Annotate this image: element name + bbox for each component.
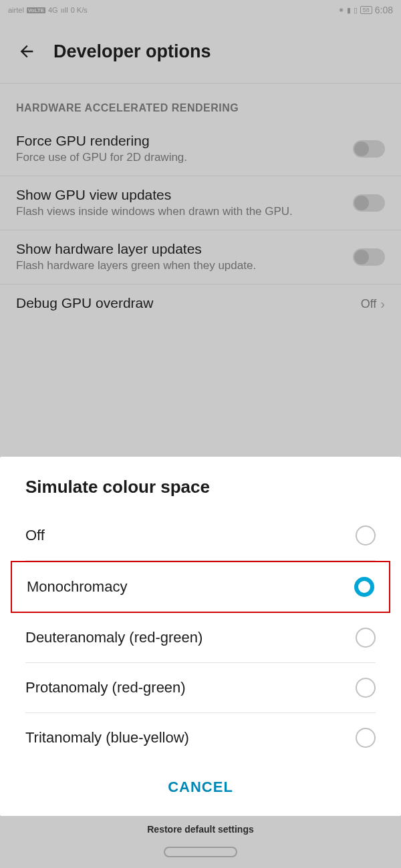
radio-off[interactable] bbox=[356, 525, 376, 546]
chevron-right-icon: › bbox=[380, 296, 385, 312]
setting-subtitle: Force use of GPU for 2D drawing. bbox=[16, 150, 342, 165]
setting-subtitle: Flash hardware layers green when they up… bbox=[16, 258, 342, 273]
restore-bar: Restore default settings bbox=[0, 816, 401, 868]
toggle-force-gpu[interactable] bbox=[353, 140, 385, 158]
vibrate-icon: ▯ bbox=[354, 6, 358, 15]
setting-gpu-view-updates[interactable]: Show GPU view updates Flash views inside… bbox=[0, 176, 401, 230]
setting-title: Show hardware layer updates bbox=[16, 241, 342, 257]
app-header: Developer options bbox=[0, 20, 401, 83]
radio-monochromacy[interactable] bbox=[354, 577, 374, 597]
color-space-dialog: Simulate colour space Off Monochromacy D… bbox=[0, 457, 401, 816]
carrier-label: airtel bbox=[8, 6, 24, 14]
speed-label: 0 K/s bbox=[71, 6, 88, 14]
option-label: Tritanomaly (blue-yellow) bbox=[25, 729, 189, 746]
radio-deuteranomaly[interactable] bbox=[356, 628, 376, 648]
cancel-button[interactable]: CANCEL bbox=[168, 779, 233, 796]
option-label: Deuteranomaly (red-green) bbox=[25, 629, 203, 646]
option-monochromacy[interactable]: Monochromacy bbox=[27, 562, 374, 612]
battery-level: 58 bbox=[360, 6, 372, 14]
option-deuteranomaly[interactable]: Deuteranomaly (red-green) bbox=[25, 613, 376, 663]
signal-label: 4G bbox=[48, 6, 58, 14]
option-label: Protanomaly (red-green) bbox=[25, 679, 186, 696]
page-title: Developer options bbox=[53, 41, 211, 62]
setting-title: Force GPU rendering bbox=[16, 133, 342, 149]
option-label: Monochromacy bbox=[27, 578, 127, 596]
option-tritanomaly[interactable]: Tritanomaly (blue-yellow) bbox=[25, 713, 376, 763]
restore-default-button[interactable]: Restore default settings bbox=[0, 824, 401, 835]
setting-hw-layer-updates[interactable]: Show hardware layer updates Flash hardwa… bbox=[0, 230, 401, 284]
setting-gpu-overdraw[interactable]: Debug GPU overdraw Off › bbox=[0, 284, 401, 323]
arrow-left-icon bbox=[17, 42, 36, 61]
clock: 6:08 bbox=[375, 5, 393, 15]
option-off[interactable]: Off bbox=[25, 511, 376, 561]
highlighted-option: Monochromacy bbox=[11, 561, 390, 613]
battery-icon: ▮ bbox=[347, 6, 351, 15]
option-protanomaly[interactable]: Protanomaly (red-green) bbox=[25, 663, 376, 713]
setting-title: Show GPU view updates bbox=[16, 187, 342, 203]
setting-title: Debug GPU overdraw bbox=[16, 295, 350, 311]
back-button[interactable] bbox=[16, 41, 37, 62]
bluetooth-icon: ⁕ bbox=[338, 6, 344, 15]
option-label: Off bbox=[25, 527, 45, 544]
setting-subtitle: Flash views inside windows when drawn wi… bbox=[16, 204, 342, 219]
home-indicator[interactable] bbox=[164, 847, 237, 857]
status-bar: airtel VoLTE 4G ııll 0 K/s ⁕ ▮ ▯ 58 6:08 bbox=[0, 0, 401, 20]
section-header: HARDWARE ACCELERATED RENDERING bbox=[0, 83, 401, 122]
radio-protanomaly[interactable] bbox=[356, 678, 376, 698]
toggle-hw-layer-updates[interactable] bbox=[353, 248, 385, 266]
dialog-title: Simulate colour space bbox=[0, 457, 401, 511]
setting-force-gpu[interactable]: Force GPU rendering Force use of GPU for… bbox=[0, 122, 401, 176]
signal-bars-icon: ııll bbox=[61, 6, 68, 14]
toggle-gpu-view-updates[interactable] bbox=[353, 194, 385, 212]
radio-tritanomaly[interactable] bbox=[356, 728, 376, 748]
setting-value: Off bbox=[361, 297, 377, 311]
volte-badge: VoLTE bbox=[27, 7, 45, 13]
